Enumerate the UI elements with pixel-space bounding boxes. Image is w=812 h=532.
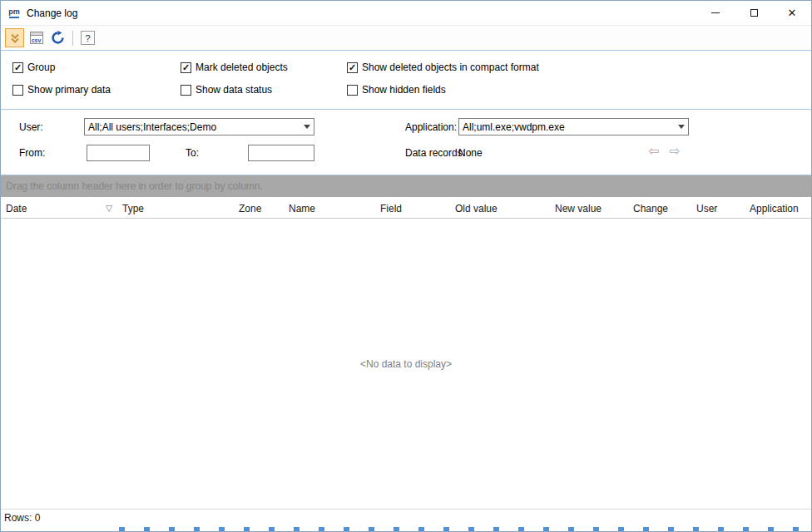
close-icon: ✕: [788, 7, 797, 18]
checkbox-show-hidden-fields-label: Show hidden fields: [362, 84, 446, 96]
checkbox-show-data-status-box[interactable]: [181, 85, 191, 96]
column-header-field[interactable]: Field: [375, 199, 450, 218]
help-icon: ?: [81, 31, 95, 45]
from-label: From:: [19, 147, 45, 159]
column-header-date[interactable]: Date ▽: [1, 199, 117, 218]
change-log-window: pm Change log ✕ csv: [0, 0, 812, 532]
to-label: To:: [186, 147, 199, 159]
to-input[interactable]: [248, 145, 314, 161]
application-label: Application:: [405, 121, 457, 133]
app-icon-text: pm: [8, 8, 20, 16]
checkbox-group[interactable]: Group: [12, 62, 181, 73]
checkbox-show-data-status[interactable]: Show data status: [181, 84, 347, 96]
checkbox-group-box[interactable]: [12, 62, 23, 73]
maximize-icon: [750, 9, 758, 17]
chevron-down-icon: [675, 125, 688, 129]
column-header-old-value[interactable]: Old value: [450, 199, 550, 218]
window-title: Change log: [27, 7, 77, 19]
checkbox-show-deleted-compact[interactable]: Show deleted objects in compact format: [347, 62, 811, 73]
options-panel: Group Mark deleted objects Show deleted …: [1, 51, 811, 110]
group-by-bar[interactable]: Drag the column header here in order to …: [1, 175, 811, 197]
minimize-icon: [711, 12, 720, 13]
checkbox-mark-deleted-objects-label: Mark deleted objects: [196, 62, 288, 73]
data-records-value: None: [458, 147, 483, 159]
csv-icon-label: csv: [31, 37, 42, 44]
checkbox-show-deleted-compact-box[interactable]: [347, 62, 358, 73]
checkbox-mark-deleted-objects[interactable]: Mark deleted objects: [181, 62, 347, 73]
export-csv-button[interactable]: csv: [27, 28, 46, 47]
from-input[interactable]: [87, 145, 150, 161]
chevrons-down-icon: [9, 32, 21, 44]
window-controls: ✕: [696, 1, 811, 25]
grid-header-row: Date ▽ Type Zone Name Field Old value Ne…: [1, 199, 811, 219]
column-header-date-label: Date: [6, 203, 27, 214]
column-header-user[interactable]: User: [691, 199, 745, 218]
checkbox-mark-deleted-objects-box[interactable]: [181, 62, 191, 73]
refresh-button[interactable]: [48, 28, 67, 47]
checkbox-show-hidden-fields[interactable]: Show hidden fields: [347, 84, 811, 96]
application-combobox-value: All;uml.exe;vwdpm.exe: [463, 121, 675, 133]
close-button[interactable]: ✕: [773, 1, 811, 25]
checkbox-show-deleted-compact-label: Show deleted objects in compact format: [362, 62, 539, 73]
help-button[interactable]: ?: [78, 28, 97, 47]
checkbox-show-data-status-label: Show data status: [196, 84, 272, 96]
column-header-zone[interactable]: Zone: [234, 199, 284, 218]
checkbox-show-primary-data-box[interactable]: [12, 85, 23, 96]
maximize-button[interactable]: [735, 1, 773, 25]
next-record-icon[interactable]: ⇨: [669, 145, 680, 158]
minimize-button[interactable]: [696, 1, 735, 25]
record-navigation: ⇦ ⇨: [648, 145, 681, 158]
column-header-type[interactable]: Type: [117, 199, 234, 218]
checkbox-group-label: Group: [27, 62, 55, 73]
toolbar-separator: [72, 31, 73, 46]
user-combobox-value: All;All users;Interfaces;Demo: [88, 121, 300, 133]
filters-panel: User: All;All users;Interfaces;Demo Appl…: [1, 110, 811, 175]
status-bar: Rows: 0: [1, 509, 811, 525]
checkbox-show-hidden-fields-box[interactable]: [347, 85, 358, 96]
toolbar: csv ?: [1, 26, 811, 51]
app-icon: pm: [7, 7, 21, 20]
rows-count: Rows: 0: [4, 512, 40, 524]
chevron-down-icon: [300, 125, 314, 129]
user-label: User:: [19, 121, 43, 133]
column-header-name[interactable]: Name: [284, 199, 375, 218]
previous-record-icon[interactable]: ⇦: [648, 145, 659, 158]
grid-body: <No data to display>: [1, 219, 811, 509]
csv-icon: csv: [30, 32, 43, 44]
refresh-icon: [51, 31, 65, 45]
group-by-hint: Drag the column header here in order to …: [6, 180, 263, 192]
user-combobox[interactable]: All;All users;Interfaces;Demo: [84, 118, 314, 135]
empty-data-message: <No data to display>: [360, 358, 452, 370]
toggle-options-button[interactable]: [5, 28, 24, 47]
taskbar-sliver: [1, 525, 811, 531]
sort-descending-icon[interactable]: ▽: [106, 204, 112, 213]
app-icon-bar: [9, 17, 19, 18]
application-combobox[interactable]: All;uml.exe;vwdpm.exe: [458, 118, 689, 135]
checkbox-show-primary-data-label: Show primary data: [27, 84, 111, 96]
csv-icon-header: [31, 32, 42, 36]
checkbox-show-primary-data[interactable]: Show primary data: [12, 84, 181, 96]
titlebar[interactable]: pm Change log ✕: [1, 1, 811, 26]
column-header-application[interactable]: Application: [745, 199, 811, 218]
column-header-new-value[interactable]: New value: [550, 199, 628, 218]
column-header-change[interactable]: Change: [628, 199, 691, 218]
data-records-label: Data records:: [405, 147, 465, 159]
